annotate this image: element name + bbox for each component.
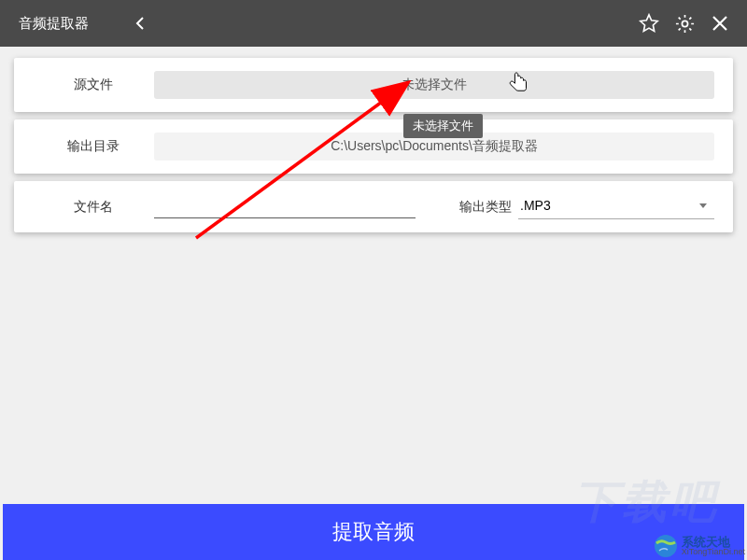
back-button[interactable] <box>126 9 154 37</box>
app-title: 音频提取器 <box>19 15 89 33</box>
output-type-select[interactable]: .MP3 <box>518 194 714 219</box>
source-file-button[interactable]: 未选择文件 <box>154 71 714 99</box>
output-dir-label: 输出目录 <box>33 138 154 155</box>
source-file-label: 源文件 <box>33 77 154 93</box>
star-icon <box>639 13 659 34</box>
close-button[interactable] <box>702 6 738 41</box>
source-file-card: 源文件 未选择文件 <box>14 58 733 112</box>
watermark-en-text: XiTongTianDi.net <box>682 548 745 556</box>
globe-icon <box>654 534 678 558</box>
close-icon <box>712 15 728 32</box>
svg-point-0 <box>682 21 687 26</box>
favorite-button[interactable] <box>631 6 667 41</box>
output-type-label: 输出类型 <box>453 199 518 216</box>
source-file-tooltip: 未选择文件 <box>403 114 483 138</box>
watermark: 系统天地 XiTongTianDi.net <box>654 534 745 558</box>
chevron-left-icon <box>135 16 145 31</box>
filename-output-card: 文件名 输出类型 .MP3 <box>14 181 733 232</box>
title-bar: 音频提取器 <box>0 0 747 47</box>
output-dir-card: 输出目录 <box>14 119 733 174</box>
svg-point-2 <box>655 535 677 557</box>
extract-audio-button[interactable]: 提取音频 <box>3 504 744 560</box>
filename-label: 文件名 <box>33 199 154 216</box>
settings-button[interactable] <box>667 6 702 41</box>
gear-icon <box>674 13 696 35</box>
filename-input[interactable] <box>154 195 416 218</box>
